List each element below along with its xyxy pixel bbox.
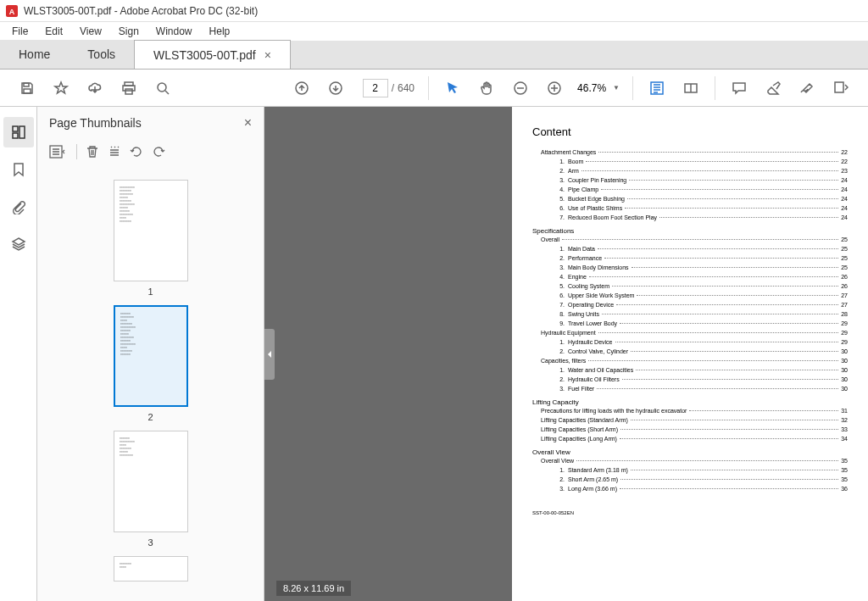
find-button[interactable]: [149, 75, 176, 102]
page-footer: SST-00-00-052EN: [532, 510, 848, 515]
thumbnail-3[interactable]: ━━━━━━━━━━━━━━━━━━━━━━━━━━━━━━━━━━━━━━━ …: [37, 431, 264, 548]
thumbnail-page[interactable]: ━━━━━━━━━━━━━━━━━━━━━━━━━━━━━━━━━━━━━━━━…: [114, 305, 188, 407]
tab-tools[interactable]: Tools: [69, 40, 134, 69]
svg-rect-15: [13, 133, 18, 138]
read-mode-button[interactable]: [677, 75, 704, 102]
rotate-cw-button[interactable]: [152, 145, 165, 159]
separator: [76, 144, 77, 159]
zoom-out-button[interactable]: [507, 75, 534, 102]
document-viewer[interactable]: Content Attachment Changes22 1.Boom22 2.…: [264, 107, 868, 601]
thumbnail-2[interactable]: ━━━━━━━━━━━━━━━━━━━━━━━━━━━━━━━━━━━━━━━━…: [37, 305, 264, 422]
content-title: Content: [532, 125, 848, 138]
save-button[interactable]: [14, 75, 41, 102]
layers-icon[interactable]: [3, 229, 34, 259]
zoom-in-button[interactable]: [541, 75, 568, 102]
page-number-input[interactable]: [363, 79, 388, 97]
thumbnail-page[interactable]: ━━━━━━━━━━━━━━━━━━━━━━━━━━━━━━━━━━━━━━━━…: [114, 180, 188, 281]
thumbnails-scroll[interactable]: ━━━━━━━━━━━━━━━━━━━━━━━━━━━━━━━━━━━━━━━━…: [37, 164, 264, 601]
svg-text:A: A: [9, 8, 15, 16]
toc-section: Overall View: [532, 448, 848, 456]
page-info: / 640: [359, 79, 415, 97]
tabbar: Home Tools WLST3005-00T.pdf ×: [0, 41, 868, 70]
thumb-toolbar: [37, 139, 264, 164]
thumbnails-icon[interactable]: [3, 117, 34, 147]
thumbnails-title: Page Thumbnails: [49, 116, 142, 130]
tab-document-label: WLST3005-00T.pdf: [153, 48, 256, 62]
next-page-button[interactable]: [322, 75, 349, 102]
sidebar-icons: [0, 107, 37, 601]
toc-section: Specifications: [532, 227, 848, 235]
cloud-button[interactable]: [81, 75, 108, 102]
more-tools-button[interactable]: [827, 75, 854, 102]
hand-tool-button[interactable]: [473, 75, 500, 102]
page-sep: /: [392, 82, 394, 94]
collapse-handle[interactable]: [264, 329, 275, 380]
menu-sign[interactable]: Sign: [110, 24, 147, 39]
separator: [428, 76, 429, 100]
thumbnail-page[interactable]: ━━━━━━━━━━━: [114, 556, 188, 582]
page-total: 640: [398, 82, 415, 94]
window-title: WLST3005-00T.pdf - Adobe Acrobat Pro DC …: [24, 5, 258, 17]
prev-page-button[interactable]: [288, 75, 315, 102]
svg-rect-13: [835, 82, 843, 92]
print-button[interactable]: [115, 75, 142, 102]
sign-button[interactable]: [793, 75, 821, 102]
thumbnail-page[interactable]: ━━━━━━━━━━━━━━━━━━━━━━━━━━━━━━━━━━━━━━━: [114, 431, 188, 532]
thumbnail-1[interactable]: ━━━━━━━━━━━━━━━━━━━━━━━━━━━━━━━━━━━━━━━━…: [37, 180, 264, 297]
toc-section: Lifting Capacity: [532, 398, 848, 406]
menu-help[interactable]: Help: [201, 24, 239, 39]
thumbnails-header: Page Thumbnails ×: [37, 107, 264, 139]
zoom-select[interactable]: 46.7% ▼: [571, 79, 626, 97]
options-button[interactable]: [49, 145, 68, 159]
toolbar: / 640 46.7% ▼: [0, 70, 868, 107]
main-area: Page Thumbnails × ━━━━━━━━━━━━━━━━━━━━━━…: [0, 107, 868, 601]
delete-button[interactable]: [86, 145, 99, 159]
close-tab-icon[interactable]: ×: [264, 48, 271, 62]
tab-home[interactable]: Home: [0, 40, 69, 69]
page-view: Content Attachment Changes22 1.Boom22 2.…: [512, 107, 868, 601]
thumbnail-label: 3: [147, 537, 153, 548]
toc-page: 22: [841, 148, 848, 157]
print-pages-button[interactable]: [108, 145, 121, 159]
pdf-icon: A: [5, 4, 19, 18]
page-dimensions: 8.26 x 11.69 in: [276, 581, 351, 596]
comment-button[interactable]: [726, 75, 753, 102]
fit-width-button[interactable]: [643, 75, 670, 102]
svg-rect-14: [13, 126, 18, 131]
select-tool-button[interactable]: [439, 75, 466, 102]
menu-window[interactable]: Window: [147, 24, 201, 39]
toc-text: Attachment Changes: [541, 148, 596, 157]
star-button[interactable]: [47, 75, 75, 102]
tab-document[interactable]: WLST3005-00T.pdf ×: [134, 40, 291, 69]
svg-point-6: [158, 83, 166, 92]
svg-rect-2: [24, 83, 29, 86]
titlebar: A WLST3005-00T.pdf - Adobe Acrobat Pro D…: [0, 0, 868, 22]
svg-rect-16: [19, 126, 25, 138]
separator: [715, 76, 715, 100]
rotate-ccw-button[interactable]: [130, 145, 143, 159]
highlight-button[interactable]: [760, 75, 787, 102]
thumbnail-label: 2: [147, 412, 153, 422]
svg-rect-5: [125, 89, 132, 94]
separator: [632, 76, 633, 100]
chevron-down-icon: ▼: [613, 84, 620, 92]
menu-view[interactable]: View: [71, 24, 110, 39]
menu-edit[interactable]: Edit: [36, 24, 71, 39]
bookmarks-icon[interactable]: [3, 154, 34, 185]
thumbnails-panel: Page Thumbnails × ━━━━━━━━━━━━━━━━━━━━━━…: [37, 107, 264, 601]
attachments-icon[interactable]: [3, 192, 34, 222]
thumbnail-label: 1: [147, 287, 153, 297]
menu-file[interactable]: File: [3, 24, 36, 39]
menubar: File Edit View Sign Window Help: [0, 22, 868, 41]
thumbnail-4[interactable]: ━━━━━━━━━━━: [37, 556, 264, 582]
close-panel-icon[interactable]: ×: [244, 115, 252, 131]
svg-rect-3: [24, 89, 31, 93]
zoom-value: 46.7%: [577, 82, 606, 94]
